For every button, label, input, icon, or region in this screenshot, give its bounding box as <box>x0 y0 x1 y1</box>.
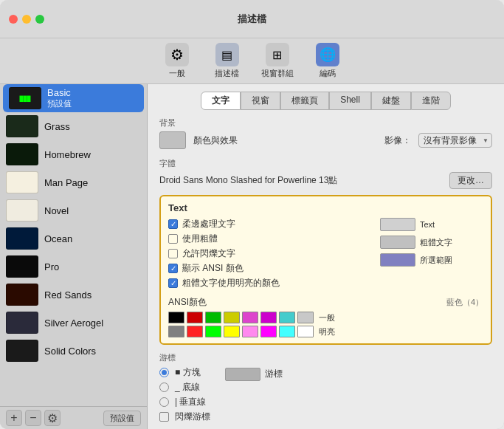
ansi-normal-6[interactable] <box>279 312 295 323</box>
tab-window[interactable]: 視窗 <box>241 92 280 110</box>
window-title: 描述檔 <box>238 13 266 26</box>
add-profile-button[interactable]: + <box>6 410 22 426</box>
tab-text[interactable]: 文字 <box>201 92 241 110</box>
checkbox-bold[interactable]: 使用粗體 <box>168 233 371 245</box>
image-dropdown[interactable]: 沒有背景影像 <box>418 133 492 148</box>
cursor-bar-radio[interactable] <box>159 397 169 407</box>
checkbox-antialias[interactable]: 柔邊處理文字 <box>168 218 371 230</box>
novel-label: Novel <box>44 205 69 216</box>
minimize-button[interactable] <box>22 15 31 24</box>
remove-profile-button[interactable]: − <box>25 410 41 426</box>
ansi-bright-label: 明亮 <box>319 326 335 337</box>
blink-checkbox[interactable] <box>168 249 178 258</box>
cursor-main-row: ■ 方塊 _ 底線 | 垂直線 閃爍游標 <box>159 366 492 425</box>
sidebar-item-basic[interactable]: ███ Basic 預設值 <box>3 84 144 112</box>
ansi-normal-4[interactable] <box>242 312 258 323</box>
ansi-normal-0[interactable] <box>168 312 184 323</box>
sidebar-item-silveraerogel[interactable]: Silver Aerogel <box>0 309 147 337</box>
novel-thumb <box>6 199 38 222</box>
sidebar-item-manpage[interactable]: Man Page <box>0 168 147 196</box>
cursor-block-row[interactable]: ■ 方塊 <box>159 366 210 379</box>
ansi-bright-3[interactable] <box>224 326 240 337</box>
sidebar-item-grass[interactable]: Grass <box>0 112 147 140</box>
grass-thumb <box>6 115 38 137</box>
antialias-checkbox[interactable] <box>168 219 178 229</box>
checkbox-bright-bold[interactable]: 粗體文字使用明亮的顏色 <box>168 277 371 289</box>
cursor-block-label: ■ 方塊 <box>175 366 201 379</box>
text-section: Text 柔邊處理文字 使用粗體 允許閃爍文字 <box>159 195 492 345</box>
change-font-button[interactable]: 更改… <box>449 172 492 189</box>
toolbar-profiles[interactable]: ▤ 描述檔 <box>209 43 246 79</box>
background-row: 顏色與效果 影像： 沒有背景影像 <box>159 131 492 149</box>
cursor-underline-label: _ 底線 <box>175 381 200 394</box>
maximize-button[interactable] <box>35 15 44 24</box>
background-section: 背景 顏色與效果 影像： 沒有背景影像 <box>159 117 492 152</box>
sidebar-item-pro[interactable]: Pro <box>0 253 147 281</box>
main-window: 描述檔 ⚙ 一般 ▤ 描述檔 ⊞ 視窗群組 🌐 編碼 ███ <box>0 0 504 429</box>
manpage-thumb <box>6 171 38 193</box>
tab-keyboard[interactable]: 鍵盤 <box>371 92 411 110</box>
text-two-col: 柔邊處理文字 使用粗體 允許閃爍文字 顯示 ANSI 顏色 <box>168 218 483 292</box>
text-col-right: Text 粗體文字 所選範圍 <box>380 218 483 292</box>
settings-button[interactable]: ⚙ <box>44 410 61 426</box>
ansi-bright-6[interactable] <box>279 326 295 337</box>
sidebar-item-solidcolors[interactable]: Solid Colors <box>0 337 147 365</box>
checkbox-ansi[interactable]: 顯示 ANSI 顏色 <box>168 262 371 275</box>
background-color-swatch[interactable] <box>159 131 186 149</box>
cursor-underline-row[interactable]: _ 底線 <box>159 381 210 394</box>
bright-bold-checkbox[interactable] <box>168 278 178 288</box>
cursor-underline-radio[interactable] <box>159 382 169 392</box>
image-label: 影像： <box>384 134 411 147</box>
ansi-normal-7[interactable] <box>297 312 314 323</box>
checkbox-blink[interactable]: 允許閃爍文字 <box>168 247 371 260</box>
ansi-bright-2[interactable] <box>205 326 221 337</box>
cursor-bar-row[interactable]: | 垂直線 <box>159 396 210 408</box>
sidebar-item-redsands[interactable]: Red Sands <box>0 281 147 309</box>
ansi-count: 藍色（4） <box>446 297 483 308</box>
text-color-swatch[interactable] <box>380 218 415 231</box>
bold-checkbox[interactable] <box>168 234 178 244</box>
tab-shell[interactable]: Shell <box>329 92 371 110</box>
ansi-bright-4[interactable] <box>242 326 258 337</box>
tab-tabs[interactable]: 標籤頁 <box>280 92 329 110</box>
ansi-normal-1[interactable] <box>187 312 203 323</box>
cursor-color-area: 游標 <box>225 366 283 425</box>
tab-advanced[interactable]: 進階 <box>411 92 451 110</box>
ansi-bright-0[interactable] <box>168 326 184 337</box>
basic-sublabel: 預設值 <box>47 98 72 109</box>
sidebar-item-homebrew[interactable]: Homebrew <box>0 140 147 168</box>
background-title: 背景 <box>159 117 492 128</box>
font-name-label: Droid Sans Mono Slashed for Powerline 13… <box>159 174 443 187</box>
ansi-section: ANSI顏色 藍色（4） 一般 <box>168 296 483 337</box>
ansi-bright-1[interactable] <box>187 326 203 337</box>
selection-color-swatch[interactable] <box>380 253 415 267</box>
homebrew-text: Homebrew <box>44 149 91 160</box>
ansi-checkbox[interactable] <box>168 264 178 273</box>
ansi-normal-2[interactable] <box>205 312 221 323</box>
selection-color-label: 所選範圍 <box>420 255 452 266</box>
default-button[interactable]: 預設值 <box>103 411 141 426</box>
ansi-bright-5[interactable] <box>260 326 277 337</box>
toolbar-general[interactable]: ⚙ 一般 <box>159 43 196 79</box>
ansi-normal-3[interactable] <box>224 312 240 323</box>
toolbar-window-groups[interactable]: ⊞ 視窗群組 <box>259 43 296 79</box>
bold-color-swatch[interactable] <box>380 236 415 249</box>
sidebar-item-ocean[interactable]: Ocean <box>0 224 147 253</box>
cursor-color-swatch[interactable] <box>225 368 260 381</box>
sidebar-footer: + − ⚙ 預設值 <box>0 406 147 429</box>
ansi-normal-5[interactable] <box>260 312 277 323</box>
ansi-label: 顯示 ANSI 顏色 <box>182 262 244 275</box>
pro-text: Pro <box>44 261 59 272</box>
encoding-icon: 🌐 <box>316 43 339 66</box>
bold-color-row: 粗體文字 <box>380 236 483 249</box>
cursor-block-radio[interactable] <box>159 368 169 377</box>
sidebar-item-novel[interactable]: Novel <box>0 196 147 224</box>
basic-thumb: ███ <box>9 87 41 109</box>
cursor-blink-checkbox[interactable] <box>159 412 169 422</box>
close-button[interactable] <box>9 15 18 24</box>
cursor-blink-row[interactable]: 閃爍游標 <box>159 411 210 423</box>
cursor-title: 游標 <box>159 352 492 363</box>
ansi-bright-7[interactable] <box>297 326 314 337</box>
cursor-section: 游標 ■ 方塊 _ 底線 | 垂直線 <box>159 352 492 425</box>
toolbar-encoding[interactable]: 🌐 編碼 <box>309 43 346 79</box>
